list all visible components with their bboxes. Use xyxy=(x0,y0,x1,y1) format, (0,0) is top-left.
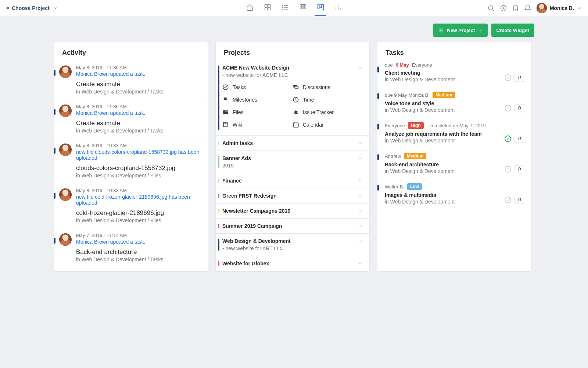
bookmark-icon[interactable] xyxy=(512,4,519,12)
task-item[interactable]: AndrewMedium Back-end architecture in We… xyxy=(380,148,529,178)
task-comment-count[interactable]: 0 xyxy=(514,104,525,112)
svg-rect-3 xyxy=(268,8,270,10)
activity-item[interactable]: May 7, 2019 - 11:14 AM Monica Brown upda… xyxy=(56,228,205,267)
activity-color-bar xyxy=(54,109,55,115)
svg-rect-1 xyxy=(268,5,270,7)
task-item[interactable]: due 6 May Everyone Client meeting in Web… xyxy=(380,60,529,87)
project-item[interactable]: Summer 2019 Campaign xyxy=(216,218,369,233)
check-circle-icon xyxy=(222,84,229,91)
arrow-down-icon[interactable] xyxy=(358,193,363,198)
arrow-down-icon[interactable] xyxy=(358,208,363,213)
activity-location: in Web Design & Development / Files xyxy=(76,173,202,178)
activity-color-bar xyxy=(54,70,55,76)
svg-rect-14 xyxy=(302,7,304,8)
project-link-files[interactable]: Files xyxy=(222,106,293,118)
project-item[interactable]: Web Design & Development - new website f… xyxy=(216,233,369,256)
link-label: Files xyxy=(233,109,244,115)
arrow-down-icon[interactable] xyxy=(358,261,363,266)
priority-badge: Medium xyxy=(404,153,426,159)
task-complete-toggle[interactable] xyxy=(505,74,511,81)
avatar xyxy=(59,105,72,117)
task-item[interactable]: Walter B.Low Images & multimedia in Web … xyxy=(380,178,529,209)
task-item[interactable]: due 9 May Monica B.Medium Voice tone and… xyxy=(380,87,529,117)
task-comment-count[interactable]: 0 xyxy=(514,196,525,204)
activity-list: May 8, 2019 - 11:36 AM Monica Brown upda… xyxy=(54,60,208,271)
task-complete-toggle[interactable] xyxy=(505,197,511,203)
task-comment-count[interactable]: 0 xyxy=(514,135,525,143)
svg-rect-40 xyxy=(293,123,298,127)
activity-item[interactable]: May 8, 2019 - 10:33 AM new file clouds-c… xyxy=(56,138,205,183)
task-location: in Web Design & Development xyxy=(385,107,524,113)
project-link-time[interactable]: Time xyxy=(293,93,363,106)
project-link-issues[interactable]: Issue Tracker xyxy=(293,106,363,118)
activity-action-link[interactable]: Monica Brown updated a task. xyxy=(76,239,202,245)
task-complete-toggle[interactable] xyxy=(505,105,511,112)
activity-time: May 8, 2019 - 10:33 AM xyxy=(76,188,202,193)
link-label: Discussions xyxy=(303,84,330,90)
nav-grid-icon[interactable] xyxy=(262,0,273,16)
svg-point-28 xyxy=(223,85,228,90)
arrow-up-icon[interactable] xyxy=(358,65,363,70)
activity-object: clouds-colors-cropland-1558732.jpg xyxy=(76,164,202,172)
project-item[interactable]: Website for Globex xyxy=(216,256,369,271)
clock-icon xyxy=(293,96,299,103)
project-item[interactable]: Finance xyxy=(216,173,369,188)
activity-action-link[interactable]: Monica Brown updated a task. xyxy=(76,71,202,77)
activity-location: in Web Design & Development / Tasks xyxy=(76,128,202,134)
project-link-calendar[interactable]: Calendar xyxy=(293,118,363,131)
task-complete-toggle[interactable] xyxy=(505,166,511,173)
project-link-milestones[interactable]: Milestones xyxy=(222,93,293,106)
project-link-discussions[interactable]: Discussions xyxy=(293,81,363,93)
project-item[interactable]: Newsletter Campaigns 2019 xyxy=(216,203,369,218)
activity-action-link[interactable]: new file clouds-colors-cropland-1558732.… xyxy=(76,149,202,161)
calendar-icon xyxy=(293,121,299,128)
activity-item[interactable]: May 8, 2019 - 11:36 AM Monica Brown upda… xyxy=(56,60,205,99)
arrow-down-icon[interactable] xyxy=(358,223,363,229)
create-widget-button[interactable]: Create Widget xyxy=(491,24,535,37)
project-title: Summer 2019 Campaign xyxy=(222,223,282,229)
link-label: Calendar xyxy=(303,122,324,128)
project-link-wiki[interactable]: Wiki xyxy=(222,118,293,131)
project-item[interactable]: Admin tasks xyxy=(216,135,369,151)
activity-action-link[interactable]: Monica Brown updated a task. xyxy=(76,110,202,116)
task-comment-count[interactable]: 0 xyxy=(514,165,525,173)
activity-action-link[interactable]: new file cold-frozen-glacier-2189696.jpg… xyxy=(76,194,202,206)
nav-smallgrid-icon[interactable] xyxy=(297,0,309,16)
activity-object: Back-end architecture xyxy=(76,248,202,256)
activity-location: in Web Design & Development / Tasks xyxy=(76,256,202,262)
project-item[interactable]: Green FRST Redesign xyxy=(216,188,369,203)
activity-item[interactable]: May 8, 2019 - 10:33 AM new file cold-fro… xyxy=(56,183,205,228)
project-link-tasks[interactable]: Tasks xyxy=(222,81,293,93)
arrow-down-icon[interactable] xyxy=(358,178,363,183)
bug-icon xyxy=(293,109,299,116)
project-item-featured[interactable]: ACME New Website Design - new website fo… xyxy=(216,60,369,135)
nav-chart-icon[interactable] xyxy=(332,0,344,16)
search-icon[interactable] xyxy=(487,4,495,12)
activity-object: Create estimate xyxy=(76,81,202,88)
project-color-bar xyxy=(218,156,219,168)
nav-home-icon[interactable] xyxy=(244,0,256,16)
nav-list-icon[interactable] xyxy=(279,0,291,16)
activity-location: in Web Design & Development / Tasks xyxy=(76,89,202,95)
activity-item[interactable]: May 8, 2019 - 11:36 AM Monica Brown upda… xyxy=(56,99,205,138)
button-label: Create Widget xyxy=(496,28,530,33)
plus-circle-icon[interactable] xyxy=(500,4,507,12)
task-location: in Web Design & Development xyxy=(385,77,524,82)
project-switcher[interactable]: Choose Project xyxy=(7,5,58,11)
arrow-down-icon[interactable] xyxy=(358,238,363,244)
task-item[interactable]: EveryoneHighcompleted on May 7, 2019 Ana… xyxy=(380,117,529,148)
svg-line-36 xyxy=(297,112,298,112)
project-color-bar xyxy=(218,141,219,145)
bell-icon[interactable] xyxy=(524,4,531,12)
user-name: Monica B. xyxy=(550,5,574,11)
new-project-button[interactable]: New Project xyxy=(433,24,487,37)
nav-kanban-icon[interactable] xyxy=(315,0,326,16)
project-title: Newsletter Campaigns 2019 xyxy=(222,208,290,214)
task-complete-toggle[interactable] xyxy=(505,135,511,142)
arrow-down-icon[interactable] xyxy=(358,141,363,146)
arrow-down-icon[interactable] xyxy=(358,156,363,161)
project-item[interactable]: Banner Ads 2019 xyxy=(216,151,369,173)
user-menu[interactable]: Monica B. xyxy=(537,3,581,13)
project-title: Banner Ads xyxy=(222,155,251,161)
task-comment-count[interactable]: 0 xyxy=(514,74,525,82)
